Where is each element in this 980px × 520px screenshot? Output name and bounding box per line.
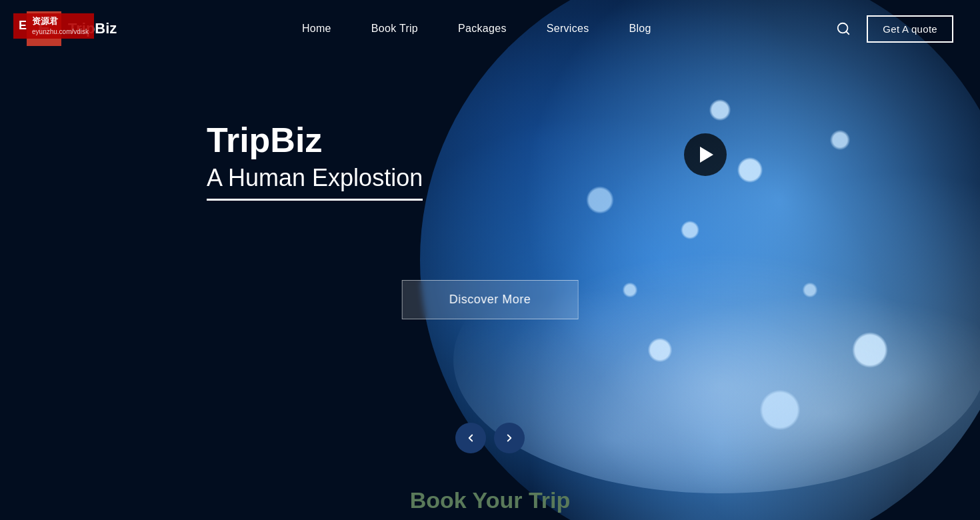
nav-item-home[interactable]: Home — [302, 23, 331, 35]
nav-links: Home Book Trip Packages Services Blog — [302, 23, 651, 35]
hero-title: TripBiz — [207, 120, 423, 160]
nav-link-blog[interactable]: Blog — [629, 23, 651, 34]
hero-section: E TripBiz Home Book Trip Packages Servic… — [0, 0, 980, 520]
nav-right: Get A quote — [836, 15, 953, 43]
discover-more-button[interactable]: Discover More — [402, 280, 579, 319]
chevron-left-icon — [465, 432, 477, 444]
carousel-next-button[interactable] — [494, 423, 525, 453]
watermark: E 资源君 eyunzhu.com/vdisk — [13, 13, 94, 39]
nav-link-packages[interactable]: Packages — [458, 23, 507, 34]
nav-item-services[interactable]: Services — [547, 23, 589, 35]
nav-item-book-trip[interactable]: Book Trip — [371, 23, 418, 35]
search-button[interactable] — [836, 21, 851, 36]
carousel-nav — [455, 423, 525, 453]
hero-content: TripBiz A Human Explostion — [207, 120, 423, 201]
svg-line-1 — [847, 31, 849, 34]
nav-item-packages[interactable]: Packages — [458, 23, 507, 35]
navbar: E TripBiz Home Book Trip Packages Servic… — [0, 0, 980, 57]
nav-link-home[interactable]: Home — [302, 23, 331, 34]
watermark-text-area: 资源君 eyunzhu.com/vdisk — [32, 16, 89, 36]
search-icon — [836, 21, 851, 36]
nav-item-blog[interactable]: Blog — [629, 23, 651, 35]
watermark-url: eyunzhu.com/vdisk — [32, 27, 89, 36]
book-your-trip-label: Book Your Trip — [410, 487, 571, 513]
hero-subtitle: A Human Explostion — [207, 164, 423, 201]
get-quote-button[interactable]: Get A quote — [867, 15, 953, 43]
watermark-name: 资源君 — [32, 16, 89, 27]
nav-link-book-trip[interactable]: Book Trip — [371, 23, 418, 34]
chevron-right-icon — [503, 432, 515, 444]
water-foam — [453, 227, 980, 493]
nav-link-services[interactable]: Services — [547, 23, 589, 34]
play-button[interactable] — [684, 133, 727, 176]
carousel-prev-button[interactable] — [455, 423, 486, 453]
watermark-letter: E — [19, 19, 27, 33]
